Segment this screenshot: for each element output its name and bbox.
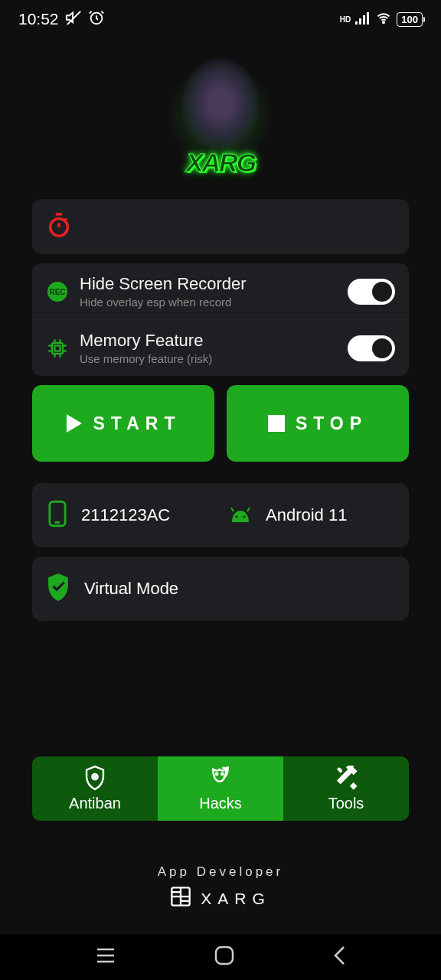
svg-point-20: [216, 773, 217, 774]
memory-sub: Use memory feature (risk): [80, 352, 337, 365]
svg-line-18: [247, 508, 250, 511]
system-navbar: [0, 934, 441, 980]
tab-hacks[interactable]: Hacks: [158, 756, 283, 821]
shield-check-icon: [46, 573, 70, 604]
tab-tools[interactable]: Tools: [283, 756, 409, 821]
bottom-tabs: Antiban Hacks Tools: [32, 756, 409, 821]
toggles-card: REC Hide Screen Recorder Hide overlay es…: [32, 263, 409, 376]
logo-text: XARG: [186, 148, 255, 178]
footer: App Developer XARG: [0, 864, 441, 911]
stopwatch-icon: [46, 212, 72, 241]
play-icon: [66, 414, 83, 433]
svg-point-6: [383, 21, 384, 23]
svg-point-21: [221, 773, 223, 774]
grid-icon: [170, 886, 191, 911]
svg-rect-5: [367, 12, 369, 24]
stop-label: STOP: [296, 413, 368, 434]
device-os: Android 11: [266, 505, 347, 525]
shield-icon: [82, 766, 108, 792]
mode-card: Virtual Mode: [32, 557, 409, 621]
start-label: START: [93, 413, 181, 434]
android-icon: [227, 505, 253, 525]
svg-rect-30: [216, 947, 233, 964]
recorder-toggle[interactable]: [348, 279, 395, 305]
tools-icon: [333, 766, 359, 792]
timer-card[interactable]: [32, 199, 409, 254]
stop-icon: [268, 415, 285, 432]
tab-tools-label: Tools: [328, 795, 364, 812]
wifi-icon: [375, 11, 392, 28]
memory-title: Memory Feature: [80, 331, 337, 351]
device-card: 2112123AC Android 11: [32, 483, 409, 547]
app-logo: XARG: [0, 38, 441, 199]
svg-rect-11: [55, 345, 60, 351]
signal-icon: [355, 12, 371, 27]
device-model: 2112123AC: [81, 505, 170, 525]
footer-dev-label: App Developer: [0, 864, 441, 880]
status-time: 10:52: [18, 10, 59, 28]
tab-antiban[interactable]: Antiban: [32, 756, 158, 821]
tab-hacks-label: Hacks: [199, 795, 242, 812]
masks-icon: [207, 766, 234, 792]
recorder-title: Hide Screen Recorder: [80, 274, 337, 294]
svg-rect-2: [355, 21, 358, 24]
chip-icon: [46, 337, 69, 360]
phone-icon: [46, 500, 69, 531]
svg-rect-12: [268, 415, 285, 432]
nav-back-icon[interactable]: [333, 946, 345, 969]
hd-label: HD: [340, 15, 351, 24]
memory-toggle[interactable]: [348, 335, 395, 361]
virtual-mode-label: Virtual Mode: [84, 579, 178, 599]
start-button[interactable]: START: [32, 385, 214, 462]
svg-rect-10: [52, 343, 63, 354]
rec-icon: REC: [46, 280, 69, 303]
footer-brand: XARG: [201, 890, 271, 908]
status-bar: 10:52 HD 100: [0, 0, 441, 38]
svg-text:REC: REC: [49, 288, 65, 296]
svg-line-0: [67, 11, 80, 24]
hide-recorder-row[interactable]: REC Hide Screen Recorder Hide overlay es…: [32, 263, 409, 319]
recorder-sub: Hide overlay esp when record: [80, 296, 337, 309]
svg-point-16: [243, 516, 246, 518]
mute-icon: [65, 9, 82, 30]
svg-rect-4: [363, 15, 365, 24]
memory-row[interactable]: Memory Feature Use memory feature (risk): [32, 319, 409, 376]
stop-button[interactable]: STOP: [227, 385, 409, 462]
svg-rect-3: [359, 18, 361, 24]
svg-line-17: [231, 508, 234, 511]
battery-icon: 100: [397, 12, 423, 27]
svg-point-15: [236, 516, 238, 518]
nav-home-icon[interactable]: [214, 946, 234, 969]
alarm-icon: [88, 9, 105, 30]
tab-antiban-label: Antiban: [69, 795, 121, 812]
nav-recents-icon[interactable]: [96, 948, 116, 966]
